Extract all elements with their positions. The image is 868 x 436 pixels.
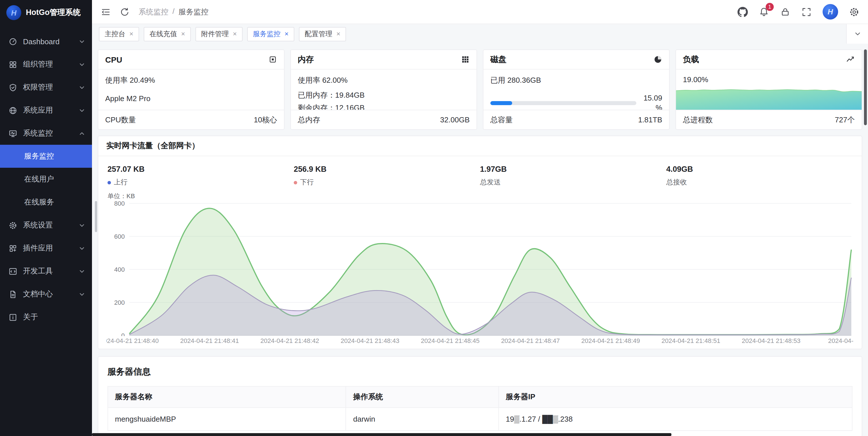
load-footer-value: 727个 bbox=[835, 114, 855, 125]
sidebar-item-system-app[interactable]: 系统应用 bbox=[0, 99, 92, 122]
network-traffic-card: 实时网卡流量（全部网卡） 257.07 KB 上行 256.9 KB 下行 1.… bbox=[98, 136, 862, 349]
tools-icon bbox=[9, 267, 17, 275]
sidebar-item-docs[interactable]: 文档中心 bbox=[0, 282, 92, 306]
tabs-dropdown-button[interactable] bbox=[846, 24, 868, 44]
sidebar-item-system-settings[interactable]: 系统设置 bbox=[0, 214, 92, 237]
sidebar-item-dev-tools[interactable]: 开发工具 bbox=[0, 260, 92, 282]
network-stats: 257.07 KB 上行 256.9 KB 下行 1.97GB 总发送 4.09… bbox=[98, 156, 862, 191]
horizontal-scrollbar-thumb[interactable] bbox=[92, 433, 672, 436]
x-axis-label: 2024-04-21 21:48:51 bbox=[662, 337, 720, 344]
close-icon[interactable]: × bbox=[181, 30, 185, 37]
disk-card-title: 磁盘 bbox=[490, 54, 506, 65]
logo-icon: H bbox=[6, 5, 21, 20]
cpu-footer-value: 10核心 bbox=[254, 114, 277, 125]
content: CPU 使用率 20.49% Apple M2 Pro CPU数量 10核心 bbox=[92, 44, 868, 436]
gear-icon bbox=[9, 221, 17, 230]
chevron-down-icon bbox=[79, 222, 85, 228]
notification-badge: 1 bbox=[766, 3, 774, 11]
upload-dot-icon bbox=[107, 181, 111, 184]
docs-icon bbox=[9, 290, 17, 298]
download-dot-icon bbox=[294, 181, 297, 184]
refresh-icon[interactable] bbox=[120, 7, 130, 17]
close-icon[interactable]: × bbox=[129, 30, 133, 37]
memory-footer-label: 总内存 bbox=[298, 114, 320, 125]
table-header-row: 服务器名称 操作系统 服务器IP bbox=[108, 386, 852, 408]
tab-console[interactable]: 主控台 × bbox=[99, 27, 139, 41]
x-axis-label: 2024-04-21 21:48:43 bbox=[341, 337, 399, 344]
collapse-sidebar-icon[interactable] bbox=[101, 7, 111, 17]
app-title: HotGo管理系统 bbox=[26, 7, 81, 18]
chevron-down-icon bbox=[79, 84, 85, 91]
chevron-down-icon bbox=[79, 268, 85, 274]
org-grid-icon bbox=[9, 60, 17, 69]
sidebar-subitem-online-users[interactable]: 在线用户 bbox=[0, 168, 92, 191]
disk-percent: 15.09 % bbox=[642, 94, 662, 110]
dashboard-icon bbox=[9, 37, 17, 46]
load-mini-chart bbox=[676, 83, 862, 110]
sidebar-item-about[interactable]: 关于 bbox=[0, 306, 92, 329]
network-traffic-chart: 0200400600800 bbox=[106, 200, 854, 336]
x-axis-label: 2024-04-21 21:48:41 bbox=[180, 337, 239, 344]
breadcrumb-item[interactable]: 系统监控 bbox=[138, 7, 168, 17]
sidebar-item-system-monitor[interactable]: 系统监控 bbox=[0, 122, 92, 145]
sidebar-menu: Dashboard组织管理权限管理系统应用系统监控服务监控在线用户在线服务系统设… bbox=[0, 25, 92, 436]
memory-grid-icon bbox=[461, 55, 470, 64]
load-card: 负载 19.00% 总进程数 727个 bbox=[676, 49, 862, 130]
app-root: H HotGo管理系统 Dashboard组织管理权限管理系统应用系统监控服务监… bbox=[0, 0, 868, 436]
svg-text:600: 600 bbox=[114, 233, 125, 240]
load-footer-label: 总进程数 bbox=[683, 114, 713, 125]
svg-text:800: 800 bbox=[114, 200, 125, 207]
breadcrumb-item-current: 服务监控 bbox=[179, 7, 208, 17]
avatar[interactable]: H bbox=[823, 4, 838, 20]
cpu-card: CPU 使用率 20.49% Apple M2 Pro CPU数量 10核心 bbox=[98, 49, 284, 130]
tab-service-monitor[interactable]: 服务监控 × bbox=[247, 27, 294, 41]
gear-icon[interactable] bbox=[849, 7, 859, 17]
x-axis-label: 2024-04-21 21:48:42 bbox=[260, 337, 319, 344]
lock-icon[interactable] bbox=[780, 7, 790, 17]
github-icon[interactable] bbox=[738, 7, 748, 17]
close-icon[interactable]: × bbox=[284, 30, 288, 37]
cpu-usage: 使用率 20.49% bbox=[105, 75, 277, 86]
breadcrumb: 系统监控 / 服务监控 bbox=[138, 7, 208, 17]
header-actions: 1 H bbox=[738, 4, 859, 20]
stat-total-received: 4.09GB 总接收 bbox=[666, 165, 852, 187]
sidebar-item-dashboard[interactable]: Dashboard bbox=[0, 30, 92, 53]
memory-card: 内存 使用率 62.00% 已用内存：19.84GB 剩余内存：12.16GB … bbox=[290, 49, 477, 130]
network-card-title: 实时网卡流量（全部网卡） bbox=[98, 136, 862, 156]
tab-config[interactable]: 配置管理 × bbox=[299, 27, 346, 41]
cpu-model: Apple M2 Pro bbox=[105, 94, 277, 103]
cpu-card-title: CPU bbox=[105, 55, 122, 64]
disk-progress-fill bbox=[490, 101, 513, 105]
main-column: 系统监控 / 服务监控 1 bbox=[92, 0, 868, 436]
tab-attachments[interactable]: 附件管理 × bbox=[195, 27, 243, 41]
x-axis-label: 2024-04-21 21:48:40 bbox=[106, 337, 159, 344]
server-info-title: 服务器信息 bbox=[107, 367, 852, 377]
memory-free: 剩余内存：12.16GB bbox=[298, 103, 470, 110]
vertical-scrollbar-thumb[interactable] bbox=[864, 49, 867, 125]
column-header-ip: 服务器IP bbox=[499, 386, 852, 408]
sidebar-item-plugins[interactable]: 插件应用 bbox=[0, 237, 92, 260]
chevron-down-icon bbox=[79, 38, 85, 44]
stat-total-sent: 1.97GB 总发送 bbox=[480, 165, 666, 187]
memory-used: 已用内存：19.84GB bbox=[298, 90, 470, 101]
memory-usage: 使用率 62.00% bbox=[298, 75, 470, 86]
monitor-icon bbox=[9, 129, 17, 138]
sidebar-subitem-online-services[interactable]: 在线服务 bbox=[0, 191, 92, 214]
x-axis-label: 2024-04-21 21:48:47 bbox=[501, 337, 560, 344]
sidebar-subitem-service-monitor[interactable]: 服务监控 bbox=[0, 145, 92, 168]
close-icon[interactable]: × bbox=[233, 30, 237, 37]
notifications-button[interactable]: 1 bbox=[759, 7, 769, 17]
disk-used: 已用 280.36GB bbox=[490, 75, 662, 86]
server-info-card: 服务器信息 服务器名称 操作系统 服务器IP mengshuaideMBPdar… bbox=[98, 356, 862, 436]
fullscreen-icon[interactable] bbox=[801, 7, 812, 17]
cpu-footer-label: CPU数量 bbox=[105, 114, 136, 125]
sidebar-item-organization[interactable]: 组织管理 bbox=[0, 53, 92, 76]
svg-text:200: 200 bbox=[114, 299, 125, 306]
tab-recharge[interactable]: 在线充值 × bbox=[144, 27, 191, 41]
sidebar-item-permission[interactable]: 权限管理 bbox=[0, 76, 92, 99]
sidebar-scrollbar-thumb[interactable] bbox=[95, 201, 97, 232]
column-header-name: 服务器名称 bbox=[108, 386, 346, 408]
chart-x-axis-labels: 2024-04-21 21:48:402024-04-21 21:48:4120… bbox=[106, 336, 854, 345]
close-icon[interactable]: × bbox=[336, 30, 340, 37]
logo[interactable]: H HotGo管理系统 bbox=[0, 0, 92, 25]
